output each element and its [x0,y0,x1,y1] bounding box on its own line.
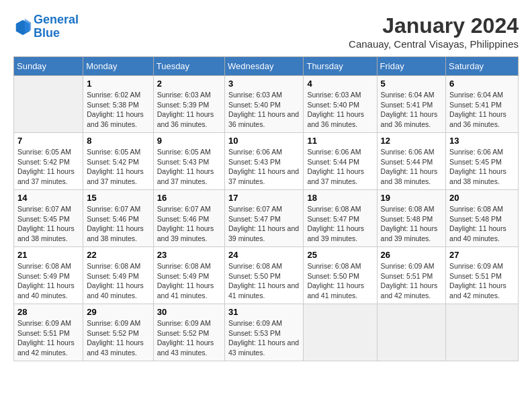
sunset-time: Sunset: 5:39 PM [157,101,210,109]
calendar-cell: 29 Sunrise: 6:09 AM Sunset: 5:52 PM Dayl… [83,304,153,361]
sunrise-time: Sunrise: 6:07 AM [87,205,140,213]
calendar-cell: 15 Sunrise: 6:07 AM Sunset: 5:46 PM Dayl… [83,190,153,247]
sunrise-time: Sunrise: 6:08 AM [87,262,140,270]
day-number: 29 [87,307,149,317]
logo: General Blue [13,13,79,40]
calendar-cell: 12 Sunrise: 6:06 AM Sunset: 5:44 PM Dayl… [377,133,446,190]
calendar-cell: 30 Sunrise: 6:09 AM Sunset: 5:52 PM Dayl… [153,304,224,361]
daylight-hours: Daylight: 11 hours and 40 minutes. [17,281,75,300]
day-info: Sunrise: 6:07 AM Sunset: 5:46 PM Dayligh… [157,204,221,244]
sunrise-time: Sunrise: 6:03 AM [307,91,361,99]
sunset-time: Sunset: 5:49 PM [17,272,70,280]
calendar-cell: 31 Sunrise: 6:09 AM Sunset: 5:53 PM Dayl… [225,304,304,361]
sunrise-time: Sunrise: 6:04 AM [449,91,503,99]
calendar-cell: 8 Sunrise: 6:05 AM Sunset: 5:42 PM Dayli… [83,133,153,190]
day-info: Sunrise: 6:07 AM Sunset: 5:45 PM Dayligh… [17,204,79,244]
daylight-hours: Daylight: 11 hours and 38 minutes. [87,224,144,242]
sunrise-time: Sunrise: 6:07 AM [228,205,282,213]
sunset-time: Sunset: 5:45 PM [449,158,502,166]
logo-icon [13,17,32,36]
sunset-time: Sunset: 5:53 PM [228,329,281,337]
day-number: 14 [17,193,79,203]
daylight-hours: Daylight: 11 hours and 39 minutes. [228,224,299,242]
day-info: Sunrise: 6:08 AM Sunset: 5:49 PM Dayligh… [157,261,221,301]
day-info: Sunrise: 6:06 AM Sunset: 5:44 PM Dayligh… [307,147,373,187]
sunrise-time: Sunrise: 6:08 AM [449,205,503,213]
sunrise-time: Sunrise: 6:02 AM [87,91,140,99]
calendar-cell: 20 Sunrise: 6:08 AM Sunset: 5:48 PM Dayl… [446,190,519,247]
sunrise-time: Sunrise: 6:06 AM [449,148,503,156]
calendar-cell: 18 Sunrise: 6:08 AM Sunset: 5:47 PM Dayl… [304,190,377,247]
daylight-hours: Daylight: 11 hours and 42 minutes. [17,338,75,357]
sunrise-time: Sunrise: 6:09 AM [228,319,282,327]
day-number: 9 [157,136,221,146]
calendar-cell: 25 Sunrise: 6:08 AM Sunset: 5:50 PM Dayl… [304,247,377,304]
day-number: 17 [228,193,300,203]
day-number: 15 [87,193,149,203]
sunrise-time: Sunrise: 6:08 AM [307,262,361,270]
day-number: 12 [381,136,443,146]
sunset-time: Sunset: 5:45 PM [17,215,70,223]
day-info: Sunrise: 6:08 AM Sunset: 5:49 PM Dayligh… [17,261,79,301]
page-header: General Blue January 2024 Canauay, Centr… [13,13,519,50]
calendar-cell: 23 Sunrise: 6:08 AM Sunset: 5:49 PM Dayl… [153,247,224,304]
daylight-hours: Daylight: 11 hours and 42 minutes. [381,281,438,300]
calendar-week-row: 28 Sunrise: 6:09 AM Sunset: 5:51 PM Dayl… [14,304,519,361]
sunrise-time: Sunrise: 6:07 AM [17,205,71,213]
sunrise-time: Sunrise: 6:04 AM [381,91,435,99]
sunrise-time: Sunrise: 6:05 AM [17,148,71,156]
sunset-time: Sunset: 5:38 PM [87,101,139,109]
daylight-hours: Daylight: 11 hours and 37 minutes. [87,167,144,185]
day-number: 26 [381,250,443,260]
sunset-time: Sunset: 5:44 PM [381,158,433,166]
sunset-time: Sunset: 5:44 PM [307,158,359,166]
sunset-time: Sunset: 5:40 PM [307,101,359,109]
calendar-cell [14,76,83,133]
sunset-time: Sunset: 5:51 PM [17,329,70,337]
calendar-cell: 1 Sunrise: 6:02 AM Sunset: 5:38 PM Dayli… [83,76,153,133]
sunset-time: Sunset: 5:51 PM [449,272,502,280]
sunrise-time: Sunrise: 6:08 AM [307,205,361,213]
daylight-hours: Daylight: 11 hours and 36 minutes. [449,110,506,128]
day-info: Sunrise: 6:07 AM Sunset: 5:46 PM Dayligh… [87,204,149,244]
day-number: 22 [87,250,149,260]
day-number: 24 [228,250,300,260]
daylight-hours: Daylight: 11 hours and 38 minutes. [17,224,75,242]
calendar-cell: 11 Sunrise: 6:06 AM Sunset: 5:44 PM Dayl… [304,133,377,190]
day-number: 13 [449,136,515,146]
header-sunday: Sunday [14,57,83,76]
daylight-hours: Daylight: 11 hours and 37 minutes. [17,167,75,185]
day-info: Sunrise: 6:08 AM Sunset: 5:47 PM Dayligh… [307,204,373,244]
daylight-hours: Daylight: 11 hours and 37 minutes. [307,167,364,185]
calendar-table: SundayMondayTuesdayWednesdayThursdayFrid… [13,56,519,361]
daylight-hours: Daylight: 11 hours and 36 minutes. [87,110,144,128]
calendar-cell: 19 Sunrise: 6:08 AM Sunset: 5:48 PM Dayl… [377,190,446,247]
calendar-cell: 26 Sunrise: 6:09 AM Sunset: 5:51 PM Dayl… [377,247,446,304]
day-info: Sunrise: 6:08 AM Sunset: 5:48 PM Dayligh… [381,204,443,244]
daylight-hours: Daylight: 11 hours and 38 minutes. [449,167,506,185]
day-info: Sunrise: 6:02 AM Sunset: 5:38 PM Dayligh… [87,90,149,130]
day-info: Sunrise: 6:07 AM Sunset: 5:47 PM Dayligh… [228,204,300,244]
sunrise-time: Sunrise: 6:06 AM [381,148,435,156]
day-info: Sunrise: 6:03 AM Sunset: 5:40 PM Dayligh… [228,90,300,130]
sunset-time: Sunset: 5:49 PM [157,272,210,280]
sunrise-time: Sunrise: 6:05 AM [157,148,211,156]
sunrise-time: Sunrise: 6:09 AM [87,319,140,327]
day-info: Sunrise: 6:09 AM Sunset: 5:51 PM Dayligh… [17,318,79,358]
calendar-cell: 22 Sunrise: 6:08 AM Sunset: 5:49 PM Dayl… [83,247,153,304]
sunrise-time: Sunrise: 6:03 AM [157,91,211,99]
day-info: Sunrise: 6:03 AM Sunset: 5:40 PM Dayligh… [307,90,373,130]
daylight-hours: Daylight: 11 hours and 40 minutes. [87,281,144,300]
sunrise-time: Sunrise: 6:08 AM [228,262,282,270]
day-number: 16 [157,193,221,203]
day-number: 18 [307,193,373,203]
day-number: 5 [381,79,443,89]
day-number: 6 [449,79,515,89]
day-info: Sunrise: 6:05 AM Sunset: 5:42 PM Dayligh… [87,147,149,187]
day-number: 27 [449,250,515,260]
day-number: 7 [17,136,79,146]
page-title: January 2024 [349,13,519,38]
sunset-time: Sunset: 5:50 PM [307,272,359,280]
calendar-cell [446,304,519,361]
sunset-time: Sunset: 5:42 PM [87,158,139,166]
